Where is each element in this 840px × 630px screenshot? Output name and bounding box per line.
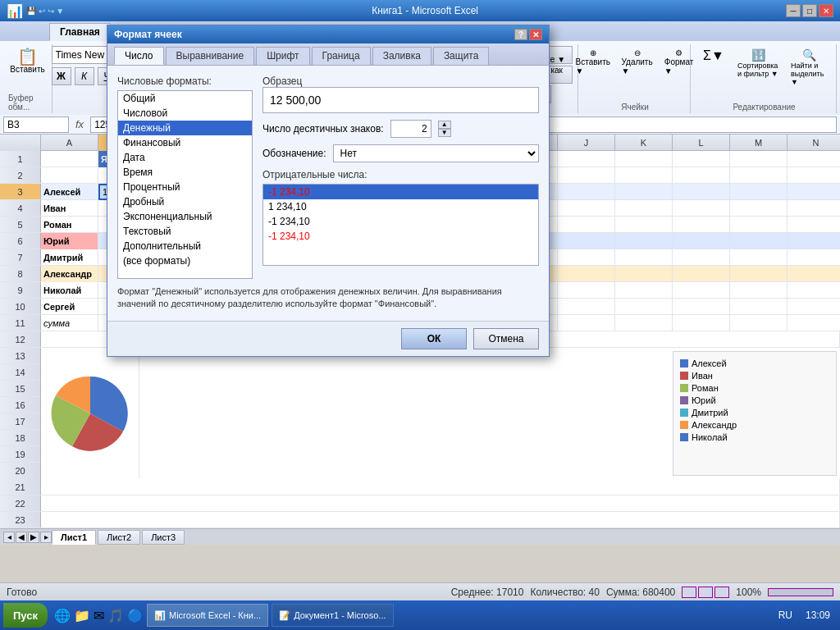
- dialog-tab-alignment[interactable]: Выравнивание: [166, 47, 255, 65]
- dialog-two-columns: Числовые форматы: Общий Числовой Денежны…: [117, 75, 539, 279]
- dialog-title-text: Формат ячеек: [114, 29, 182, 40]
- negative-label: Отрицательные числа:: [262, 169, 539, 180]
- designation-label: Обозначение:: [262, 148, 326, 159]
- dialog-title-bar: Формат ячеек ? ✕: [107, 25, 549, 43]
- format-currency[interactable]: Денежный: [118, 121, 252, 135]
- dialog-overlay: Формат ячеек ? ✕ Число Выравнивание Шриф…: [0, 0, 840, 630]
- dialog-tab-protection[interactable]: Защита: [433, 47, 490, 65]
- cancel-button[interactable]: Отмена: [473, 328, 539, 349]
- spin-up-button[interactable]: ▲: [438, 121, 451, 129]
- negative-list[interactable]: -1 234,10 1 234,10 -1 234,10 -1 234,10: [262, 184, 539, 266]
- designation-row: Обозначение: Нет: [262, 144, 539, 162]
- dialog-tab-font[interactable]: Шрифт: [256, 47, 309, 65]
- format-fraction[interactable]: Дробный: [118, 194, 252, 209]
- preview-value: 12 500,00: [270, 94, 321, 107]
- negative-item-3[interactable]: -1 234,10: [263, 229, 538, 244]
- decimal-input[interactable]: [390, 120, 431, 138]
- dialog-tabs: Число Выравнивание Шрифт Граница Заливка…: [107, 43, 549, 66]
- decimal-label: Число десятичных знаков:: [262, 123, 384, 135]
- negative-section: Отрицательные числа: -1 234,10 1 234,10 …: [262, 169, 539, 266]
- formats-label: Числовые форматы:: [117, 75, 253, 87]
- format-numeric[interactable]: Числовой: [118, 106, 252, 121]
- decimal-spinner: ▲ ▼: [438, 121, 451, 137]
- negative-item-1[interactable]: 1 234,10: [263, 199, 538, 214]
- dialog-title-buttons: ? ✕: [514, 29, 542, 40]
- dialog-tab-fill[interactable]: Заливка: [372, 47, 431, 65]
- format-scientific[interactable]: Экспоненциальный: [118, 209, 252, 224]
- designation-select[interactable]: Нет: [333, 144, 539, 162]
- formats-column: Числовые форматы: Общий Числовой Денежны…: [117, 75, 253, 279]
- preview-box: 12 500,00: [262, 87, 539, 113]
- dialog-help-button[interactable]: ?: [514, 29, 527, 40]
- format-description: Формат "Денежный" используется для отобр…: [117, 285, 539, 311]
- negative-item-2[interactable]: -1 234,10: [263, 214, 538, 229]
- format-financial[interactable]: Финансовый: [118, 135, 252, 150]
- format-additional[interactable]: Дополнительный: [118, 239, 252, 253]
- dialog-body: Числовые форматы: Общий Числовой Денежны…: [107, 66, 549, 321]
- format-list[interactable]: Общий Числовой Денежный Финансовый Дата …: [117, 90, 253, 279]
- negative-item-0[interactable]: -1 234,10: [263, 185, 538, 199]
- dialog-close-button[interactable]: ✕: [529, 29, 542, 40]
- ok-button[interactable]: ОК: [401, 328, 467, 349]
- dialog-right-panel: Образец 12 500,00 Число десятичных знако…: [262, 75, 539, 279]
- spin-down-button[interactable]: ▼: [438, 129, 451, 137]
- decimal-row: Число десятичных знаков: ▲ ▼: [262, 120, 539, 138]
- format-all[interactable]: (все форматы): [118, 253, 252, 268]
- format-cells-dialog: Формат ячеек ? ✕ Число Выравнивание Шриф…: [107, 25, 550, 357]
- dialog-footer: ОК Отмена: [107, 321, 549, 356]
- format-text[interactable]: Текстовый: [118, 224, 252, 239]
- dialog-tab-border[interactable]: Граница: [312, 47, 371, 65]
- format-percent[interactable]: Процентный: [118, 180, 252, 194]
- format-time[interactable]: Время: [118, 165, 252, 180]
- format-general[interactable]: Общий: [118, 91, 252, 106]
- format-date[interactable]: Дата: [118, 150, 252, 165]
- preview-section: Образец 12 500,00: [262, 75, 539, 113]
- dialog-tab-number[interactable]: Число: [114, 47, 164, 65]
- preview-label: Образец: [262, 75, 539, 87]
